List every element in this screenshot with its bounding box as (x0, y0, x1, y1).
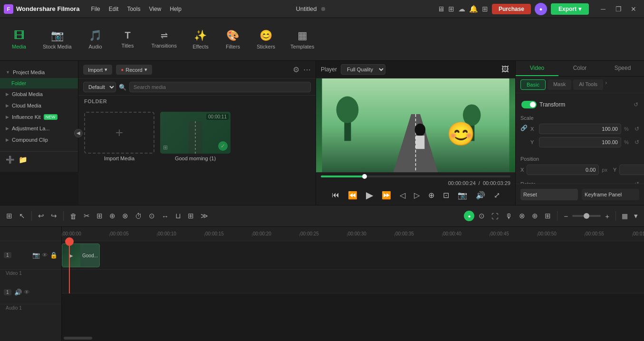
toolbar-effects[interactable]: ✨ Effects (185, 20, 216, 58)
tl-zoom-slider[interactable] (572, 215, 601, 217)
tl-add-button[interactable]: ⊕ (107, 210, 118, 222)
toolbar-audio[interactable]: 🎵 Audio (80, 20, 111, 58)
tl-snap-button[interactable]: ⊞ (4, 210, 15, 222)
purchase-button[interactable]: Purchase (492, 4, 531, 14)
scale-x-reset-icon[interactable]: ↺ (634, 126, 639, 132)
tl-select-button[interactable]: ↖ (17, 210, 28, 222)
tl-clip-connect-button[interactable]: ⊕ (529, 210, 540, 222)
tl-record-dot[interactable]: ● (464, 211, 474, 221)
lock-icon[interactable]: 🔗 (520, 125, 528, 131)
frame-forward-button[interactable]: ⏩ (379, 189, 394, 201)
subtab-ai-tools[interactable]: AI Tools (573, 79, 603, 90)
tl-delete-button[interactable]: 🗑 (67, 210, 79, 222)
transform-reset-icon[interactable]: ↺ (634, 101, 638, 108)
tl-zoom-out-button[interactable]: − (561, 210, 570, 222)
menu-help[interactable]: Help (166, 4, 185, 14)
image-icon[interactable]: 🖼 (500, 64, 510, 75)
extract-button[interactable]: ⊕ (426, 189, 437, 201)
audio-eye-icon[interactable]: 👁 (24, 289, 30, 296)
tl-zoom-in-button[interactable]: + (603, 210, 612, 222)
tl-subtitle-button[interactable]: ⊞ (185, 210, 196, 222)
timeline-content[interactable]: 00:00:00 00:00:05 00:00:10 00:00:15 00:0… (62, 227, 644, 341)
tab-color[interactable]: Color (558, 61, 601, 76)
fullscreen-button[interactable]: ⤢ (491, 189, 502, 201)
skip-back-button[interactable]: ⏮ (329, 189, 342, 201)
toolbar-titles[interactable]: T Titles (113, 20, 143, 58)
tl-layout-button[interactable]: ▦ (620, 210, 630, 222)
filter-icon[interactable]: ⚙ (293, 65, 299, 74)
folder-icon[interactable]: 📁 (19, 156, 28, 164)
snapshot-button[interactable]: 📷 (455, 189, 470, 201)
mark-in-button[interactable]: ◁ (397, 189, 408, 201)
toolbar-transitions[interactable]: ⇌ Transitions (145, 20, 183, 58)
close-button[interactable]: ✕ (627, 4, 640, 14)
sidebar-item-cloud-media[interactable]: ▶ Cloud Media (0, 100, 78, 111)
toolbar-filters[interactable]: 🎨 Filters (218, 20, 248, 58)
reset-button[interactable]: Reset (520, 189, 578, 200)
position-y-input[interactable] (619, 165, 644, 175)
tl-transition-button[interactable]: ↔ (159, 210, 171, 222)
tl-pip-button[interactable]: ⊞ (542, 210, 553, 222)
minimize-button[interactable]: ─ (596, 4, 610, 14)
import-media-thumb[interactable]: + Import Media (84, 112, 154, 161)
frame-back-button[interactable]: ⏪ (346, 189, 360, 201)
sidebar-item-adjustment[interactable]: ▶ Adjustment La... (0, 123, 78, 134)
tl-color-button[interactable]: ⊙ (146, 210, 157, 222)
tl-settings-button[interactable]: ▾ (632, 210, 640, 222)
record-button[interactable]: ● Record ▾ (116, 65, 152, 75)
media-sort-select[interactable]: Default (83, 82, 116, 92)
share-icon[interactable]: ⊞ (448, 5, 454, 13)
cloud-icon[interactable]: ☁ (458, 5, 465, 13)
import-button[interactable]: Import ▾ (83, 65, 112, 75)
add-folder-icon[interactable]: ➕ (6, 156, 15, 164)
audio-button[interactable]: 🔊 (473, 189, 488, 201)
sidebar-item-influence-kit[interactable]: ▶ Influence Kit NEW (0, 111, 78, 123)
tl-camera-button[interactable]: ⊙ (476, 210, 487, 222)
more-icon[interactable]: ⋯ (303, 65, 311, 74)
transform-toggle-switch[interactable] (521, 101, 537, 108)
sidebar-item-project-media[interactable]: ▼ Project Media (0, 67, 78, 78)
maximize-button[interactable]: ❐ (612, 4, 625, 14)
menu-file[interactable]: File (87, 4, 104, 14)
tab-speed[interactable]: Speed (601, 61, 644, 76)
scale-x-input[interactable] (539, 124, 621, 134)
tl-split-button[interactable]: ⊗ (120, 210, 131, 222)
tab-video[interactable]: Video (516, 61, 558, 76)
tl-undo-button[interactable]: ↩ (36, 210, 47, 222)
playhead[interactable] (69, 241, 70, 293)
eye-icon[interactable]: 👁 (42, 252, 48, 259)
toolbar-stickers[interactable]: 😊 Stickers (250, 20, 282, 58)
scale-y-reset-icon[interactable]: ↺ (634, 139, 639, 146)
sidebar-item-folder[interactable]: Folder (0, 78, 78, 88)
mark-out-button[interactable]: ▷ (412, 189, 422, 201)
grid-icon[interactable]: ⊞ (482, 5, 488, 13)
bell-icon[interactable]: 🔔 (469, 5, 478, 13)
quality-select[interactable]: Full Quality 1/2 1/4 (341, 64, 385, 75)
tl-speed-button[interactable]: ⏱ (133, 210, 144, 222)
position-x-input[interactable] (527, 165, 599, 175)
progress-bar[interactable] (321, 175, 510, 177)
lock-track-icon[interactable]: 🔒 (50, 252, 58, 259)
avatar[interactable]: ● (535, 3, 547, 15)
toolbar-stock-media[interactable]: 📷 Stock Media (36, 20, 78, 58)
tl-redo-button[interactable]: ↪ (48, 210, 59, 222)
sidebar-item-compound-clip[interactable]: ▶ Compound Clip (0, 134, 78, 146)
menu-edit[interactable]: Edit (105, 4, 123, 14)
menu-view[interactable]: View (145, 4, 165, 14)
subtabs-more-icon[interactable]: › (605, 79, 607, 90)
keyframe-panel-button[interactable]: Keyframe Panel (582, 189, 639, 200)
tl-crop-button[interactable]: ⊞ (94, 210, 105, 222)
search-input[interactable] (129, 82, 311, 92)
media-item-good-morning[interactable]: 00:00:11 ⊞ ✓ Good morning (1) (160, 112, 231, 161)
import-media-box[interactable]: + (84, 112, 154, 154)
video-clip[interactable]: ▶ Good... (62, 244, 100, 267)
monitor-icon[interactable]: 🖥 (437, 5, 444, 13)
subtab-basic[interactable]: Basic (520, 79, 546, 90)
tl-mic-button[interactable]: 🎙 (503, 210, 515, 222)
subtab-mask[interactable]: Mask (548, 79, 571, 90)
play-button[interactable]: ▶ (364, 188, 375, 202)
menu-tools[interactable]: Tools (123, 4, 144, 14)
media-thumb-img-good-morning[interactable]: 00:00:11 ⊞ ✓ (160, 112, 231, 154)
tl-flag-button[interactable]: ⛶ (489, 210, 501, 222)
tl-cut-button[interactable]: ✂ (81, 210, 92, 222)
